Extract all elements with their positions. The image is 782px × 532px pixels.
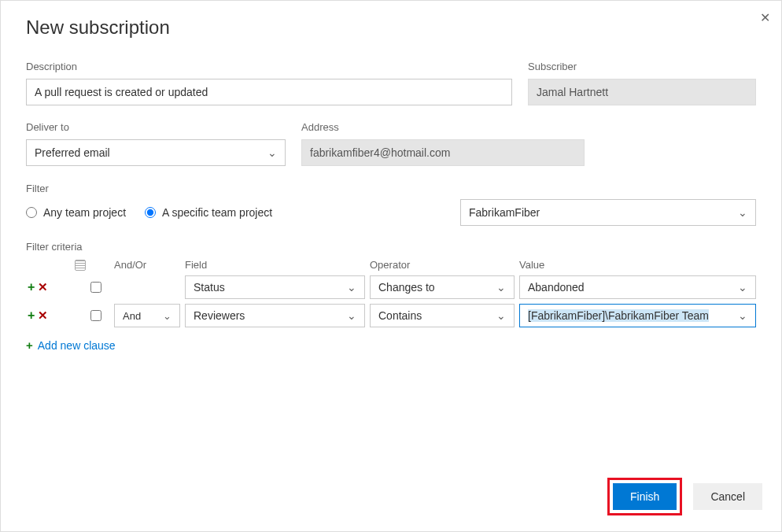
subscriber-label: Subscriber bbox=[528, 61, 756, 72]
chevron-down-icon: ⌄ bbox=[738, 206, 747, 219]
add-clause-icon[interactable]: + bbox=[28, 280, 35, 294]
add-new-clause-link[interactable]: + Add new clause bbox=[26, 338, 756, 352]
filter-criteria-label: Filter criteria bbox=[26, 241, 83, 253]
header-operator: Operator bbox=[370, 259, 519, 271]
clause-checkbox[interactable] bbox=[90, 282, 101, 293]
header-andor: And/Or bbox=[114, 259, 185, 271]
clause-row: + ✕ And⌄ Reviewers⌄ Contains⌄ [FabrikamF… bbox=[26, 304, 756, 327]
add-clause-icon[interactable]: + bbox=[28, 308, 35, 323]
radio-specific-project[interactable]: A specific team project bbox=[145, 206, 272, 219]
tutorial-highlight: Finish bbox=[607, 478, 682, 515]
clause-operator-select[interactable]: Contains⌄ bbox=[370, 304, 515, 327]
clause-value-select[interactable]: [FabrikamFiber]\FabrikamFiber Team⌄ bbox=[519, 304, 756, 327]
header-field: Field bbox=[185, 259, 370, 271]
close-icon[interactable]: ✕ bbox=[760, 10, 770, 25]
radio-any-project[interactable]: Any team project bbox=[26, 206, 126, 219]
clause-row: + ✕ Status⌄ Changes to⌄ Abandoned⌄ bbox=[26, 275, 756, 299]
header-value: Value bbox=[519, 259, 756, 271]
clause-operator-select[interactable]: Changes to⌄ bbox=[370, 275, 515, 299]
description-input[interactable]: A pull request is created or updated bbox=[26, 79, 512, 105]
chevron-down-icon: ⌄ bbox=[163, 310, 172, 322]
filter-label: Filter bbox=[26, 183, 49, 194]
plus-icon: + bbox=[26, 338, 33, 352]
remove-clause-icon[interactable]: ✕ bbox=[38, 308, 48, 323]
chevron-down-icon: ⌄ bbox=[347, 281, 356, 294]
project-select[interactable]: FabrikamFiber ⌄ bbox=[460, 199, 756, 226]
chevron-down-icon: ⌄ bbox=[738, 281, 747, 294]
clause-checkbox[interactable] bbox=[90, 310, 101, 321]
dialog-title: New subscription bbox=[26, 17, 756, 39]
clause-field-select[interactable]: Status⌄ bbox=[185, 275, 365, 299]
chevron-down-icon: ⌄ bbox=[496, 281, 506, 294]
clause-field-select[interactable]: Reviewers⌄ bbox=[185, 304, 365, 327]
subscriber-field: Jamal Hartnett bbox=[528, 79, 756, 105]
chevron-down-icon: ⌄ bbox=[496, 309, 506, 322]
chevron-down-icon: ⌄ bbox=[738, 309, 747, 322]
cancel-button[interactable]: Cancel bbox=[693, 483, 762, 510]
address-label: Address bbox=[301, 121, 585, 133]
deliverto-select[interactable]: Preferred email ⌄ bbox=[26, 139, 286, 166]
finish-button[interactable]: Finish bbox=[613, 483, 677, 510]
description-label: Description bbox=[26, 61, 512, 72]
remove-clause-icon[interactable]: ✕ bbox=[38, 280, 48, 294]
address-field: fabrikamfiber4@hotmail.com bbox=[301, 139, 585, 166]
group-icon[interactable] bbox=[75, 260, 86, 271]
deliverto-label: Deliver to bbox=[26, 121, 286, 133]
clause-andor-select[interactable]: And⌄ bbox=[114, 304, 180, 327]
clause-value-select[interactable]: Abandoned⌄ bbox=[519, 275, 756, 299]
chevron-down-icon: ⌄ bbox=[267, 146, 277, 159]
chevron-down-icon: ⌄ bbox=[347, 309, 356, 322]
